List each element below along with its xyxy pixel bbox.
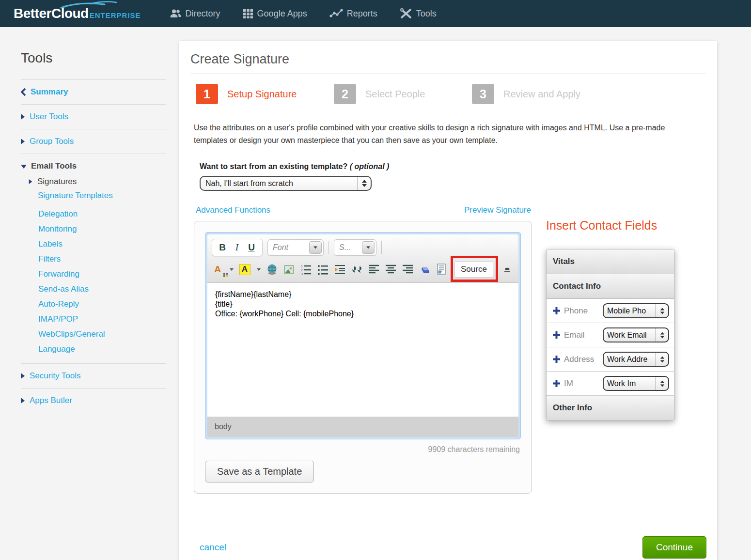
blockquote-icon[interactable] <box>351 264 362 275</box>
sidebar-item-labels[interactable]: Labels <box>38 236 166 251</box>
bulleted-list-icon[interactable] <box>317 264 329 275</box>
characters-remaining: 9909 characters remaining <box>428 445 520 454</box>
plus-icon <box>553 356 560 363</box>
element-path-bar[interactable]: body <box>207 417 518 437</box>
highlight-color-icon[interactable]: A <box>239 264 250 275</box>
email-type-select[interactable]: Work Email <box>603 327 669 342</box>
font-select[interactable]: Font <box>267 239 324 256</box>
people-icon <box>169 9 182 18</box>
italic-button[interactable]: I <box>230 241 244 254</box>
svg-text:2: 2 <box>301 268 303 272</box>
numbered-list-icon[interactable]: 1 2 3 <box>300 264 312 275</box>
contact-field-row-im: IM Work Im <box>547 372 674 396</box>
accordion-header-other-info[interactable]: Other Info <box>547 396 674 420</box>
sidebar-item-monitoring[interactable]: Monitoring <box>38 221 166 236</box>
im-type-select[interactable]: Work Im <box>603 376 669 391</box>
step-1-badge: 1 <box>196 84 218 104</box>
sidebar-item-language[interactable]: Language <box>38 342 166 357</box>
indent-icon[interactable] <box>334 264 345 275</box>
align-center-icon[interactable] <box>385 264 396 275</box>
add-phone-button[interactable] <box>553 307 560 314</box>
sidebar-item-signatures[interactable]: Signatures <box>21 174 166 188</box>
step-3-review-and-apply[interactable]: 3 Review and Apply <box>472 84 610 104</box>
step-2-select-people[interactable]: 2 Select People <box>334 84 472 104</box>
chevron-down-icon <box>309 241 322 254</box>
select-stepper-icon <box>656 377 668 390</box>
divider <box>329 241 329 254</box>
remove-format-eraser-icon[interactable] <box>419 264 430 275</box>
sidebar-item-auto-reply[interactable]: Auto-Reply <box>38 296 166 311</box>
sidebar-item-signature-templates[interactable]: Signature Templates <box>21 188 166 202</box>
preview-signature-link[interactable]: Preview Signature <box>464 205 531 215</box>
insert-image-icon[interactable] <box>283 264 295 275</box>
save-as-template-button[interactable]: Save as a Template <box>205 461 314 482</box>
underline-button[interactable]: U <box>244 241 259 254</box>
triangle-right-icon <box>21 373 25 379</box>
sidebar-title: Tools <box>21 50 166 66</box>
divider <box>381 241 382 254</box>
sidebar-item-apps-butler[interactable]: Apps Butler <box>21 389 166 413</box>
sidebar-item-send-as-alias[interactable]: Send-as Alias <box>38 281 166 296</box>
triangle-down-icon <box>21 165 27 169</box>
text-color-icon[interactable]: A <box>212 264 223 275</box>
select-stepper-icon <box>656 353 668 366</box>
rich-text-editor: B I U Font <box>205 232 521 439</box>
create-signature-card: Create Signature 1 Setup Signature 2 Sel… <box>179 41 717 560</box>
sidebar-item-group-tools[interactable]: Group Tools <box>21 129 166 154</box>
add-im-button[interactable] <box>553 380 560 387</box>
divider <box>259 241 259 254</box>
logo-suffix: ENTERPRISE <box>90 11 141 19</box>
sidebar-item-filters[interactable]: Filters <box>38 251 166 266</box>
step-3-badge: 3 <box>472 84 494 104</box>
sidebar-item-imap-pop[interactable]: IMAP/POP <box>38 311 166 327</box>
wizard-steps: 1 Setup Signature 2 Select People 3 Revi… <box>196 84 706 104</box>
step-2-badge: 2 <box>334 84 356 104</box>
accordion-header-vitals[interactable]: Vitals <box>547 249 674 274</box>
accordion-header-contact-info[interactable]: Contact Info <box>547 274 674 299</box>
nav-item-reports[interactable]: Reports <box>329 9 377 19</box>
triangle-right-icon <box>21 398 25 404</box>
align-right-icon[interactable] <box>402 264 413 275</box>
contact-field-row-phone: Phone Mobile Pho <box>547 299 674 323</box>
sidebar-item-email-tools[interactable]: Email Tools <box>21 154 166 174</box>
editor-line: {title} <box>215 299 511 309</box>
template-select[interactable]: Nah, I'll start from scratch <box>200 176 372 191</box>
triangle-right-icon <box>21 139 25 144</box>
nav-item-tools[interactable]: Tools <box>400 8 437 19</box>
nav-item-directory[interactable]: Directory <box>169 9 220 19</box>
step-1-setup-signature[interactable]: 1 Setup Signature <box>196 84 334 104</box>
editor-line: {firstName}{lastName} <box>215 290 511 299</box>
editor-container: B I U Font <box>194 221 532 494</box>
phone-type-select[interactable]: Mobile Pho <box>603 303 669 318</box>
tools-icon <box>400 8 412 19</box>
sidebar-item-user-tools[interactable]: User Tools <box>21 105 166 129</box>
nav-item-google-apps[interactable]: Google Apps <box>243 9 307 19</box>
chevron-down-icon[interactable] <box>257 268 261 271</box>
font-size-select[interactable]: S... <box>334 239 376 256</box>
bold-button[interactable]: B <box>215 241 230 254</box>
sidebar-item-summary[interactable]: Summary <box>21 80 166 104</box>
chevron-down-icon[interactable] <box>230 268 234 271</box>
address-type-select[interactable]: Work Addre <box>603 352 669 367</box>
cancel-link[interactable]: cancel <box>200 542 226 553</box>
add-email-button[interactable] <box>553 331 560 339</box>
sidebar-item-webclips-general[interactable]: WebClips/General <box>38 327 166 342</box>
templates-doc-icon[interactable] <box>436 264 447 275</box>
plus-icon <box>553 307 560 314</box>
sidebar-item-security-tools[interactable]: Security Tools <box>21 364 166 388</box>
editor-content-area[interactable]: {firstName}{lastName} {title} Office: {w… <box>207 283 518 417</box>
top-navbar: BetterCloud ENTERPRISE Directory Google … <box>0 0 751 27</box>
bettercloud-logo[interactable]: BetterCloud ENTERPRISE <box>14 6 141 21</box>
insert-contact-fields-panel: Insert Contact Fields Vitals Contact Inf… <box>532 205 706 494</box>
divider <box>190 74 706 74</box>
sidebar-item-forwarding[interactable]: Forwarding <box>38 266 166 281</box>
advanced-functions-link[interactable]: Advanced Functions <box>196 205 270 215</box>
source-button[interactable]: Source <box>454 261 493 278</box>
collapse-toolbar-icon[interactable] <box>502 265 512 274</box>
svg-text:3: 3 <box>301 272 303 275</box>
sidebar-item-delegation[interactable]: Delegation <box>38 206 166 221</box>
continue-button[interactable]: Continue <box>642 536 706 559</box>
add-address-button[interactable] <box>553 356 560 363</box>
globe-link-icon[interactable] <box>266 264 278 275</box>
align-left-icon[interactable] <box>368 264 379 275</box>
